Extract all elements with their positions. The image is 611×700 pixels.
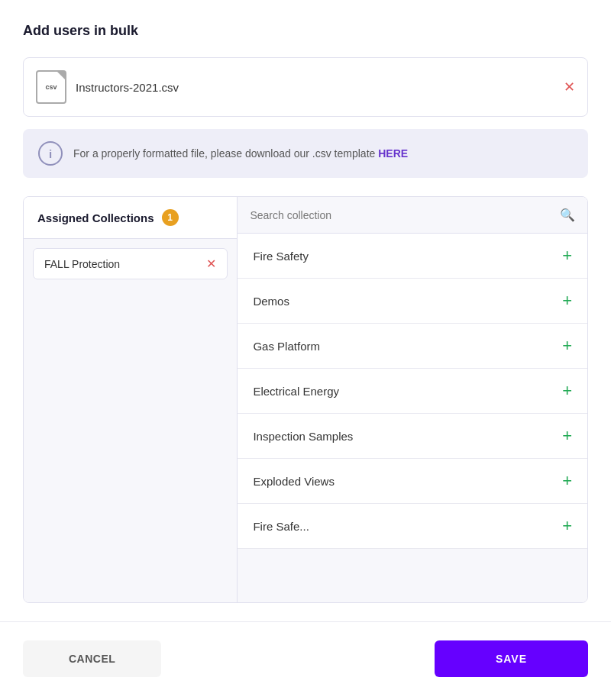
info-text: For a properly formatted file, please do… <box>73 146 408 162</box>
collection-item-gas-platform[interactable]: Gas Platform + <box>238 324 587 369</box>
file-upload-area: csv Instructors-2021.csv ✕ <box>23 57 588 117</box>
cancel-button[interactable]: CANCEL <box>23 640 161 677</box>
remove-file-button[interactable]: ✕ <box>564 80 575 94</box>
collection-item-name: Demos <box>253 295 289 308</box>
dialog-footer: CANCEL SAVE <box>0 621 611 700</box>
add-collection-electrical-energy-button[interactable]: + <box>562 382 572 399</box>
add-collection-inspection-samples-button[interactable]: + <box>562 427 572 444</box>
collection-list: Fire Safety + Demos + Gas Platform + Ele… <box>238 234 587 602</box>
info-icon: i <box>38 141 63 166</box>
add-collection-fire-safe-partial-button[interactable]: + <box>562 518 572 534</box>
assigned-collections-title: Assigned Collections <box>37 211 154 224</box>
collection-item-name: Fire Safe... <box>253 520 309 533</box>
collection-item-exploded-views[interactable]: Exploded Views + <box>238 459 587 504</box>
csv-icon: csv <box>36 70 66 104</box>
dialog: Add users in bulk csv Instructors-2021.c… <box>0 0 611 603</box>
collection-item-fire-safe-partial[interactable]: Fire Safe... + <box>238 504 587 549</box>
assigned-item-name: FALL Protection <box>44 258 120 270</box>
assigned-items-list: FALL Protection ✕ <box>24 239 237 602</box>
add-collection-gas-platform-button[interactable]: + <box>562 337 572 354</box>
add-collection-fire-safety-button[interactable]: + <box>562 247 572 264</box>
search-header: 🔍 <box>238 197 587 234</box>
collection-item-inspection-samples[interactable]: Inspection Samples + <box>238 414 587 459</box>
search-input[interactable] <box>250 209 560 221</box>
search-column: 🔍 Fire Safety + Demos + Gas Platform + E… <box>238 197 587 602</box>
collection-item-name: Exploded Views <box>253 475 334 488</box>
csv-template-link[interactable]: HERE <box>378 147 408 160</box>
dialog-title: Add users in bulk <box>23 23 588 39</box>
file-name: Instructors-2021.csv <box>76 81 179 94</box>
assigned-collections-badge: 1 <box>162 209 179 226</box>
collection-item-name: Inspection Samples <box>253 430 353 443</box>
collection-item-electrical-energy[interactable]: Electrical Energy + <box>238 369 587 414</box>
collection-item-demos[interactable]: Demos + <box>238 279 587 324</box>
save-button[interactable]: SAVE <box>435 640 588 677</box>
remove-assigned-item-button[interactable]: ✕ <box>206 256 216 271</box>
collection-item-fire-safety[interactable]: Fire Safety + <box>238 234 587 279</box>
add-collection-demos-button[interactable]: + <box>562 292 572 309</box>
collections-panel: Assigned Collections 1 FALL Protection ✕… <box>23 196 588 603</box>
assigned-collections-column: Assigned Collections 1 FALL Protection ✕ <box>24 197 238 602</box>
collection-item-name: Gas Platform <box>253 340 320 353</box>
info-banner: i For a properly formatted file, please … <box>23 129 588 178</box>
collection-item-name: Electrical Energy <box>253 385 339 398</box>
assigned-collections-header: Assigned Collections 1 <box>24 197 237 239</box>
collection-item-name: Fire Safety <box>253 250 309 263</box>
add-collection-exploded-views-button[interactable]: + <box>562 473 572 489</box>
search-icon: 🔍 <box>560 208 575 222</box>
assigned-item: FALL Protection ✕ <box>33 248 228 279</box>
